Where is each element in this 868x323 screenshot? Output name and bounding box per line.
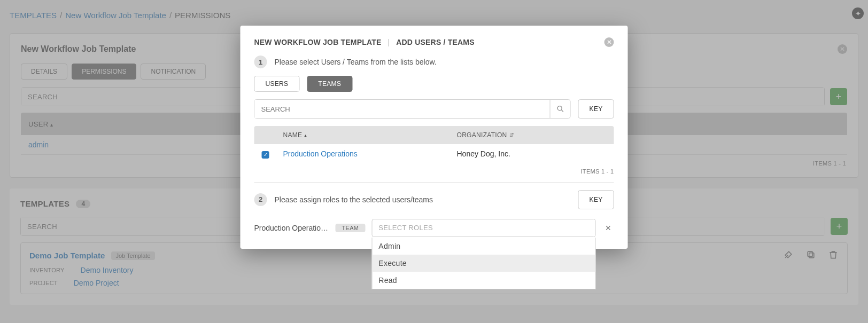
team-org: Honey Dog, Inc. [457,149,607,158]
step1-text: Please select Users / Teams from the lis… [275,58,437,66]
step2-text: Please assign roles to the selected user… [275,195,433,204]
svg-point-2 [557,106,562,111]
role-select-placeholder: SELECT ROLES [378,224,433,232]
role-team-pill: TEAM [336,224,366,232]
role-option-admin[interactable]: Admin [372,238,595,255]
step1-number: 1 [254,56,267,68]
key-button-2[interactable]: KEY [578,190,614,209]
svg-line-3 [561,110,563,112]
checkbox-checked-icon[interactable]: ✓ [262,151,269,159]
modal-tab-users[interactable]: USERS [254,76,300,92]
step2-number: 2 [254,193,267,206]
role-team-name: Production Operatio… [254,224,329,232]
modal-close-icon[interactable]: ✕ [604,37,614,47]
add-users-teams-modal: NEW WORKFLOW JOB TEMPLATE | ADD USERS / … [241,26,628,249]
modal-tab-teams[interactable]: TEAMS [307,76,352,92]
team-name[interactable]: Production Operations [283,149,358,158]
modal-items-label: ITEMS 1 - 1 [254,164,614,182]
key-button[interactable]: KEY [578,99,614,119]
roles-dropdown: Admin Execute Read [371,238,595,289]
role-select[interactable]: SELECT ROLES Admin Execute Read [371,219,595,237]
modal-title: NEW WORKFLOW JOB TEMPLATE [254,38,382,46]
modal-search-input[interactable] [255,100,550,118]
modal-table-header: Name Organization [254,126,614,144]
modal-sep: | [388,38,390,46]
remove-icon[interactable]: ✕ [602,224,614,232]
modal-table-row[interactable]: ✓ Production Operations Honey Dog, Inc. [254,144,614,164]
search-icon[interactable] [550,100,570,118]
modal-search[interactable] [254,99,571,119]
role-option-execute[interactable]: Execute [372,255,595,272]
col-name[interactable]: Name [283,131,307,139]
col-organization[interactable]: Organization [457,131,514,139]
role-option-read[interactable]: Read [372,272,595,289]
modal-subtitle: ADD USERS / TEAMS [396,38,475,46]
role-assign-row: Production Operatio… TEAM SELECT ROLES A… [254,219,614,237]
